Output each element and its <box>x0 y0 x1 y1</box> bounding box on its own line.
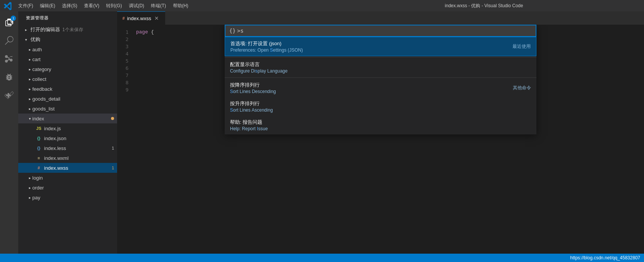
separator-1 <box>225 57 536 57</box>
login-label: login <box>32 175 43 181</box>
line-num-5: 5 <box>117 58 136 64</box>
order-arrow: ▸ <box>29 186 31 190</box>
command-prefix: {} <box>229 28 236 34</box>
editor-content[interactable]: 1 page { 2 3 4 5 <box>117 25 644 254</box>
line-num-1: 1 <box>117 29 136 35</box>
line-content-1: page { <box>136 29 154 35</box>
activity-debug[interactable] <box>0 68 18 86</box>
login-arrow: ▸ <box>29 176 31 180</box>
menu-file[interactable]: 文件(F) <box>15 2 36 10</box>
collect-label: collect <box>32 76 46 82</box>
goods-detail-arrow: ▸ <box>29 97 31 101</box>
tab-index-wxss[interactable]: # index.wxss ✕ <box>117 11 165 25</box>
title-bar: 文件(F) 编辑(E) 选择(S) 查看(V) 转到(G) 调试(D) 终端(T… <box>0 0 644 11</box>
command-item-1-main: 首选项: 打开设置 (json) <box>230 40 303 47</box>
command-palette[interactable]: {} 首选项: 打开设置 (json) Preferences: Open Se… <box>225 25 536 134</box>
collect-arrow: ▸ <box>29 77 31 81</box>
tab-filename: index.wxss <box>127 16 151 21</box>
index-dot <box>111 117 114 120</box>
order-label: order <box>32 185 44 191</box>
line-num-6: 6 <box>117 65 136 71</box>
command-item-1[interactable]: 首选项: 打开设置 (json) Preferences: Open Setti… <box>225 37 536 56</box>
sidebar-item-index-wxss[interactable]: # index.wxss 1 <box>18 163 117 173</box>
command-item-3-tag: 其他命令 <box>513 85 531 91</box>
sidebar-item-cart[interactable]: ▸ cart <box>18 54 117 64</box>
less-badge: 1 <box>112 146 114 150</box>
command-item-3[interactable]: 按降序排列行 Sort Lines Descending 其他命令 <box>225 79 536 97</box>
index-label: index <box>32 116 44 122</box>
menu-debug[interactable]: 调试(D) <box>126 2 148 10</box>
sidebar-item-index-folder[interactable]: ▾ index <box>18 114 117 123</box>
command-item-5-text: 帮助: 报告问题 Help: Report Issue <box>230 119 268 131</box>
editor-area: # index.wxss ✕ 1 page { 2 3 <box>117 11 644 254</box>
sidebar-tree: ▸ auth ▸ cart ▸ category ▸ collect ▸ fee… <box>18 44 117 254</box>
menu-help[interactable]: 帮助(H) <box>170 2 192 10</box>
sidebar-item-order[interactable]: ▸ order <box>18 183 117 193</box>
command-item-2-sub: Configure Display Language <box>230 68 287 74</box>
command-item-1-sub: Preferences: Open Settings (JSON) <box>230 47 303 53</box>
tab-close-button[interactable]: ✕ <box>154 15 160 21</box>
separator-2 <box>225 77 536 78</box>
activity-search[interactable] <box>0 32 18 50</box>
menu-terminal[interactable]: 终端(T) <box>148 2 169 10</box>
sidebar-item-category[interactable]: ▸ category <box>18 64 117 74</box>
line-num-9: 9 <box>117 87 136 93</box>
command-item-2-main: 配置显示语言 <box>230 61 287 68</box>
sidebar-item-auth[interactable]: ▸ auth <box>18 44 117 54</box>
activity-source-control[interactable] <box>0 50 18 68</box>
sidebar-item-index-wxml[interactable]: ≡ index.wxml <box>18 153 117 163</box>
command-search-input[interactable] <box>237 28 532 34</box>
command-item-5[interactable]: 帮助: 报告问题 Help: Report Issue <box>225 116 536 134</box>
project-root[interactable]: 优购 <box>18 35 117 44</box>
category-arrow: ▸ <box>29 67 31 71</box>
goods-list-label: goods_list <box>32 106 55 112</box>
status-bar: https://blog.csdn.net/qq_45832807 <box>0 254 644 262</box>
index-wxml-label: index.wxml <box>44 155 68 161</box>
command-item-2-text: 配置显示语言 Configure Display Language <box>230 61 287 74</box>
sidebar-item-index-less[interactable]: {} index.less 1 <box>18 143 117 153</box>
command-item-5-sub: Help: Report Issue <box>230 126 268 131</box>
activity-bar: 1 <box>0 11 18 254</box>
sidebar-item-collect[interactable]: ▸ collect <box>18 74 117 84</box>
command-item-2[interactable]: 配置显示语言 Configure Display Language <box>225 58 536 77</box>
activity-explorer[interactable]: 1 <box>0 13 18 32</box>
sidebar: 资源管理器 打开的编辑器 1个未保存 优购 ▸ auth ▸ cart <box>18 11 117 254</box>
sidebar-item-feedback[interactable]: ▸ feedback <box>18 84 117 94</box>
auth-arrow: ▸ <box>29 47 31 52</box>
index-arrow: ▾ <box>29 117 31 121</box>
cart-arrow: ▸ <box>29 57 31 62</box>
menu-select[interactable]: 选择(S) <box>59 2 80 10</box>
tab-bar: # index.wxss ✕ <box>117 11 644 25</box>
sidebar-title: 资源管理器 <box>18 11 117 25</box>
sidebar-item-goods-detail[interactable]: ▸ goods_detail <box>18 94 117 104</box>
sidebar-item-login[interactable]: ▸ login <box>18 173 117 183</box>
feedback-label: feedback <box>32 86 52 92</box>
vscode-logo <box>4 2 11 9</box>
sidebar-item-index-json[interactable]: {} index.json <box>18 133 117 143</box>
sidebar-item-goods-list[interactable]: ▸ goods_list <box>18 104 117 114</box>
project-name: 优购 <box>30 36 40 43</box>
activity-extensions[interactable] <box>0 86 18 104</box>
sidebar-item-index-js[interactable]: JS index.js <box>18 123 117 133</box>
cart-label: cart <box>32 57 41 62</box>
menu-edit[interactable]: 编辑(E) <box>37 2 58 10</box>
command-item-4-main: 按升序排列行 <box>230 100 273 107</box>
menu-view[interactable]: 查看(V) <box>81 2 102 10</box>
sidebar-item-pay[interactable]: ▸ pay <box>18 193 117 202</box>
feedback-arrow: ▸ <box>29 87 31 91</box>
command-item-1-tag: 最近使用 <box>512 43 531 50</box>
pay-arrow: ▸ <box>29 196 31 200</box>
goods-detail-label: goods_detail <box>32 96 60 102</box>
window-title: index.wxss - 优购 - Visual Studio Code <box>328 3 640 9</box>
category-label: category <box>32 66 51 72</box>
command-input-wrapper[interactable]: {} <box>225 25 536 37</box>
line-num-3: 3 <box>117 44 136 49</box>
index-js-label: index.js <box>44 126 61 131</box>
unsaved-badge: 1个未保存 <box>62 27 83 33</box>
command-item-4[interactable]: 按升序排列行 Sort Lines Ascending <box>225 97 536 116</box>
command-item-3-sub: Sort Lines Descending <box>230 89 276 94</box>
explorer-badge: 1 <box>11 16 16 21</box>
command-item-3-main: 按降序排列行 <box>230 82 276 88</box>
open-editors-section[interactable]: 打开的编辑器 1个未保存 <box>18 25 117 35</box>
menu-goto[interactable]: 转到(G) <box>103 2 125 10</box>
